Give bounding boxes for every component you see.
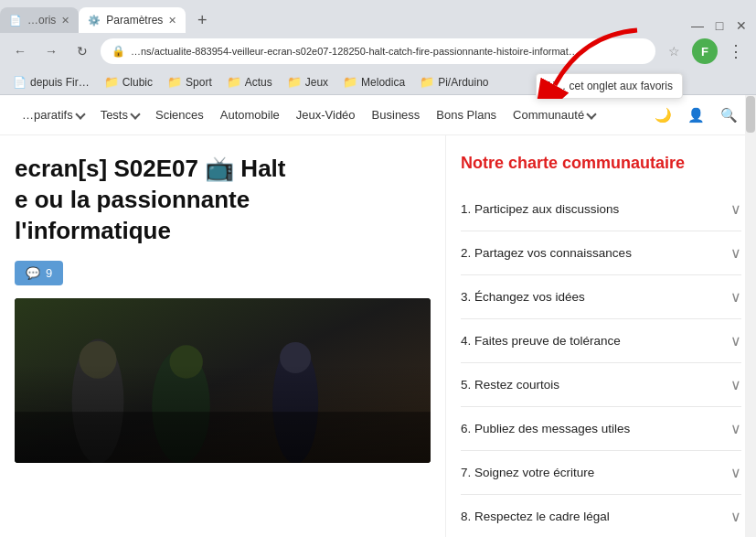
charter-num-8: 8. [461, 510, 471, 523]
tab-bar: 📄 …oris ✕ ⚙️ Paramètres ✕ + — □ ✕ [0, 0, 756, 33]
charter-text-3: 3. Échangez vos idées [461, 290, 585, 304]
svg-point-5 [152, 349, 210, 463]
nav-item-comparatifs[interactable]: …paratifs [15, 95, 91, 135]
charter-item-7[interactable]: 7. Soignez votre écriture ∨ [461, 451, 741, 495]
charter-text-4: 4. Faites preuve de tolérance [461, 334, 621, 348]
bookmark-jeux-label: Jeux [305, 76, 328, 89]
bookmark-star-button[interactable]: ☆ [661, 38, 687, 64]
nav-item-business[interactable]: Business [365, 95, 428, 135]
svg-point-8 [280, 342, 311, 373]
bookmark-melodica-icon: 📁 [343, 75, 357, 89]
close-button[interactable]: ✕ [734, 18, 749, 33]
maximize-button[interactable]: □ [712, 18, 727, 33]
tab-close-parametres[interactable]: ✕ [168, 15, 176, 27]
main-content: ecran[s] S02E07 📺 Halt e ou la passionna… [0, 135, 756, 537]
nav-label-sciences: Sciences [155, 108, 204, 122]
bookmark-pi-arduino[interactable]: 📁 Pi/Arduino [414, 73, 494, 91]
user-profile-button[interactable]: 👤 [683, 102, 708, 128]
article-section: ecran[s] S02E07 📺 Halt e ou la passionna… [0, 135, 445, 537]
charter-item-5[interactable]: 5. Restez courtois ∨ [461, 363, 741, 407]
nav-item-tests[interactable]: Tests [93, 95, 146, 135]
bookmark-jeux[interactable]: 📁 Jeux [282, 73, 334, 91]
nav-item-sciences[interactable]: Sciences [148, 95, 211, 135]
charter-text-8: 8. Respectez le cadre légal [461, 510, 610, 523]
nav-label-jeux-video: Jeux-Vidéo [296, 108, 356, 122]
chevron-icon-6: ∨ [730, 420, 741, 437]
comment-count: 9 [46, 266, 52, 280]
tab-label-oris: …oris [27, 14, 56, 27]
charter-num-2: 2. [461, 246, 471, 260]
charter-label-2: Partagez vos connaissances [474, 246, 632, 260]
bookmark-depuis-fir[interactable]: 📄 depuis Fir… [7, 74, 95, 91]
search-button[interactable]: 🔍 [716, 102, 741, 128]
chevron-icon-1: ∨ [730, 200, 741, 218]
article-title-line2: e ou la passionnante [15, 185, 431, 216]
charter-item-1[interactable]: 1. Participez aux discussions ∨ [461, 188, 741, 231]
charter-label-5: Restez courtois [474, 378, 559, 392]
charter-num-1: 1. [461, 202, 471, 216]
nav-item-automobile[interactable]: Automobile [213, 95, 287, 135]
nav-label-tests: Tests [101, 108, 128, 122]
bookmark-sport[interactable]: 📁 Sport [162, 73, 218, 91]
nav-label-automobile: Automobile [220, 108, 280, 122]
charter-num-7: 7. [461, 466, 471, 479]
charter-text-1: 1. Participez aux discussions [461, 202, 619, 216]
charter-item-6[interactable]: 6. Publiez des messages utiles ∨ [461, 407, 741, 451]
charter-text-6: 6. Publiez des messages utiles [461, 422, 630, 435]
charter-item-3[interactable]: 3. Échangez vos idées ∨ [461, 275, 741, 319]
svg-point-4 [80, 341, 117, 379]
bookmark-actus-label: Actus [245, 76, 272, 89]
charter-text-5: 5. Restez courtois [461, 378, 559, 392]
bookmark-actus-icon: 📁 [227, 75, 241, 89]
charter-label-4: Faites preuve de tolérance [474, 334, 621, 348]
reload-button[interactable]: ↻ [69, 38, 95, 64]
charter-item-4[interactable]: 4. Faites preuve de tolérance ∨ [461, 319, 741, 363]
address-bar[interactable]: 🔒 …ns/actualite-883954-veilleur-ecran-s0… [101, 38, 655, 64]
window-controls: — □ ✕ [683, 18, 756, 33]
charter-sidebar: Notre charte communautaire 1. Participez… [445, 135, 756, 537]
tab-active-parametres[interactable]: ⚙️ Paramètres ✕ [79, 7, 186, 33]
bookmark-pi-arduino-icon: 📁 [420, 75, 434, 89]
bookmark-depuis-fir-icon: 📄 [13, 76, 27, 89]
charter-item-2[interactable]: 2. Partagez vos connaissances ∨ [461, 231, 741, 275]
nav-label-communaute: Communauté [513, 108, 584, 122]
charter-title: Notre charte communautaire [461, 154, 741, 173]
dark-mode-button[interactable]: 🌙 [650, 102, 676, 128]
charter-num-3: 3. [461, 290, 471, 304]
tab-close-oris[interactable]: ✕ [61, 15, 69, 27]
menu-button[interactable]: ⋮ [723, 38, 749, 64]
nav-label-business: Business [372, 108, 421, 122]
bookmark-actus[interactable]: 📁 Actus [221, 73, 278, 91]
charter-label-3: Échangez vos idées [474, 290, 585, 304]
article-title: ecran[s] S02E07 📺 Halt e ou la passionna… [15, 154, 431, 246]
profile-button[interactable]: F [692, 38, 718, 64]
bookmark-clubic-icon: 📁 [104, 75, 119, 89]
bookmark-sport-icon: 📁 [167, 75, 182, 89]
tab-label-parametres: Paramètres [106, 14, 163, 27]
star-tooltip: Aj… cet onglet aux favoris [536, 73, 683, 99]
forward-button[interactable]: → [38, 38, 64, 64]
bookmark-melodica[interactable]: 📁 Melodica [337, 73, 410, 91]
new-tab-button[interactable]: + [189, 7, 215, 33]
charter-item-8[interactable]: 8. Respectez le cadre légal ∨ [461, 495, 741, 537]
chevron-icon-3: ∨ [730, 288, 741, 306]
comments-button[interactable]: 💬 9 [15, 261, 63, 285]
nav-label-comparatifs: …paratifs [22, 108, 73, 122]
nav-item-communaute[interactable]: Communauté [506, 95, 602, 135]
chevron-icon-5: ∨ [730, 376, 741, 393]
nav-item-jeux-video[interactable]: Jeux-Vidéo [289, 95, 363, 135]
scrollbar-thumb[interactable] [746, 96, 755, 133]
back-button[interactable]: ← [7, 38, 33, 64]
site-navigation: …paratifs Tests Sciences Automobile Jeux… [0, 95, 756, 135]
bookmark-clubic-label: Clubic [122, 76, 153, 89]
article-title-line3: l'informatique [15, 216, 431, 247]
tab-inactive-oris[interactable]: 📄 …oris ✕ [0, 7, 79, 33]
comment-icon: 💬 [26, 266, 40, 280]
minimize-button[interactable]: — [690, 18, 705, 33]
lock-icon: 🔒 [112, 45, 125, 58]
nav-right-icons: 🌙 👤 🔍 [650, 102, 741, 128]
bookmark-clubic[interactable]: 📁 Clubic [99, 73, 158, 91]
bookmark-melodica-label: Melodica [361, 76, 405, 89]
nav-item-bons-plans[interactable]: Bons Plans [429, 95, 504, 135]
scrollbar-track[interactable] [745, 95, 756, 537]
